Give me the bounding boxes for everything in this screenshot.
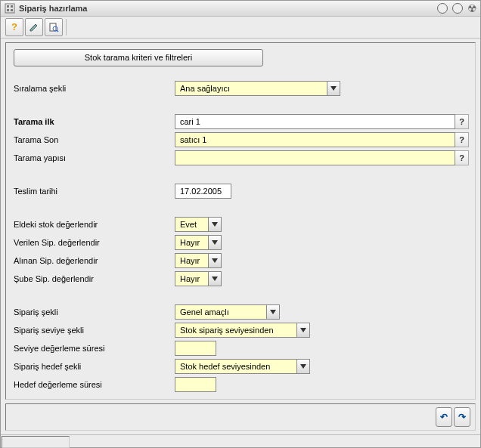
label-siparis-sekli: Sipariş şekli [12, 307, 175, 317]
select-alinan-sip-value: Hayır [175, 254, 208, 267]
chevron-down-icon [208, 254, 221, 267]
lookup-tarama-son-button[interactable]: ? [455, 132, 469, 147]
select-siparis-hedef-sekli[interactable]: Stok hedef seviyesinden [175, 359, 310, 374]
nav-prev-button[interactable]: ↶ [436, 407, 452, 427]
chevron-down-icon [296, 360, 309, 373]
svg-rect-3 [7, 9, 9, 11]
input-teslim-tarihi[interactable]: 17.02.2005 [175, 184, 231, 199]
chevron-down-icon [208, 218, 221, 231]
label-siparis-hedef-sekli: Sipariş hedef şekli [12, 362, 175, 371]
minimize-button[interactable] [437, 3, 448, 14]
toolbar-help-button[interactable]: ? [5, 18, 23, 36]
window-controls: ☢ [437, 3, 477, 14]
status-cell [2, 436, 70, 448]
stock-scan-criteria-button[interactable]: Stok tarama kriteri ve filtreleri [14, 49, 263, 66]
label-verilen-sip: Verilen Sip. değerlendir [12, 238, 175, 247]
chevron-down-icon [208, 272, 221, 286]
svg-rect-1 [7, 5, 9, 8]
select-verilen-sip[interactable]: Hayır [175, 235, 222, 250]
toolbar-divider [66, 19, 67, 36]
svg-rect-0 [5, 4, 14, 13]
select-siralama-sekli[interactable]: Ana sağlayıcı [175, 81, 340, 96]
label-tarama-yapisi: Tarama yapısı [12, 153, 175, 162]
label-tarama-ilk: Tarama ilk [12, 117, 175, 126]
input-seviye-degerleme-suresi[interactable] [175, 341, 216, 356]
select-siparis-sekli[interactable]: Genel amaçlı [175, 304, 280, 320]
app-icon [4, 2, 16, 14]
chevron-down-icon [296, 323, 309, 337]
statusbar [1, 434, 480, 447]
input-tarama-ilk[interactable]: cari 1 [175, 114, 455, 129]
chevron-down-icon [208, 236, 221, 249]
maximize-button[interactable] [452, 3, 463, 14]
svg-rect-2 [11, 5, 13, 8]
select-siralama-sekli-value: Ana sağlayıcı [175, 82, 327, 95]
toolbar: ? [1, 17, 480, 39]
label-eldeki-stok: Eldeki stok değerlendir [12, 220, 175, 229]
input-tarama-son[interactable]: satıcı 1 [175, 132, 455, 147]
input-tarama-yapisi[interactable] [175, 150, 455, 165]
bottom-bar: ↶ ↷ [5, 403, 476, 431]
label-sube-sip: Şube Sip. değerlendir [12, 274, 175, 283]
lookup-tarama-yapisi-button[interactable]: ? [455, 150, 469, 165]
titlebar: Sipariş hazırlama ☢ [1, 1, 480, 17]
select-siparis-seviye-sekli-value: Stok sipariş seviyesinden [175, 323, 296, 337]
lookup-tarama-ilk-button[interactable]: ? [455, 114, 469, 129]
chevron-down-icon [327, 82, 340, 95]
select-alinan-sip[interactable]: Hayır [175, 253, 222, 268]
app-window: Sipariş hazırlama ☢ ? Stok tarama kriter… [0, 0, 481, 448]
svg-line-7 [57, 30, 58, 32]
label-teslim-tarihi: Teslim tarihi [12, 187, 175, 196]
chevron-down-icon [266, 305, 279, 319]
form-panel: Stok tarama kriteri ve filtreleri Sırala… [5, 42, 476, 400]
select-siparis-sekli-value: Genel amaçlı [175, 305, 266, 319]
input-hedef-degerleme-suresi[interactable] [175, 377, 216, 392]
select-sube-sip-value: Hayır [175, 272, 208, 286]
select-eldeki-stok-value: Evet [175, 218, 208, 231]
content-container: Stok tarama kriteri ve filtreleri Sırala… [1, 39, 480, 434]
toolbar-edit-button[interactable] [25, 18, 43, 36]
select-siparis-seviye-sekli[interactable]: Stok sipariş seviyesinden [175, 323, 310, 338]
label-hedef-degerleme-suresi: Hedef değerleme süresi [12, 380, 175, 389]
select-verilen-sip-value: Hayır [175, 236, 208, 249]
select-siparis-hedef-sekli-value: Stok hedef seviyesinden [175, 360, 296, 373]
label-siralama-sekli: Sıralama şekli [12, 84, 175, 93]
svg-rect-4 [11, 9, 13, 11]
label-seviye-degerleme-suresi: Seviye değerleme süresi [12, 344, 175, 353]
label-siparis-seviye-sekli: Sipariş seviye şekli [12, 326, 175, 335]
toolbar-preview-button[interactable] [45, 18, 63, 36]
label-tarama-son: Tarama Son [12, 135, 175, 144]
nav-next-button[interactable]: ↷ [454, 407, 470, 427]
label-alinan-sip: Alınan Sip. değerlendir [12, 256, 175, 265]
select-sube-sip[interactable]: Hayır [175, 271, 222, 286]
close-button[interactable]: ☢ [467, 3, 477, 14]
window-title: Sipariş hazırlama [19, 4, 437, 13]
select-eldeki-stok[interactable]: Evet [175, 217, 222, 232]
